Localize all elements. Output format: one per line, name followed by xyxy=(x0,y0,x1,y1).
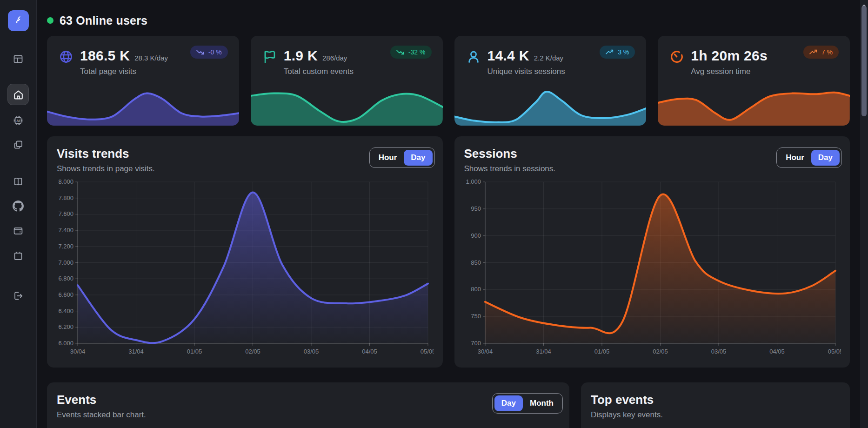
svg-text:7.600: 7.600 xyxy=(58,210,73,217)
svg-text:6.800: 6.800 xyxy=(58,275,73,282)
stat-label: Unique visits sessions xyxy=(487,67,565,76)
online-users-label: 63 Online users xyxy=(60,14,147,27)
home-icon xyxy=(13,89,24,100)
book-icon xyxy=(13,176,24,187)
panel-title: Top events xyxy=(581,382,850,407)
sidebar-item-docs[interactable] xyxy=(11,174,26,189)
stat-label: Total custom events xyxy=(284,67,354,76)
svg-text:750: 750 xyxy=(471,313,481,320)
app-root: AI xyxy=(0,0,868,428)
svg-text:950: 950 xyxy=(471,205,481,212)
svg-text:800: 800 xyxy=(471,286,481,293)
app-logo[interactable] xyxy=(8,10,29,31)
github-icon xyxy=(13,201,24,212)
logout-icon xyxy=(13,290,24,301)
trend-down-icon xyxy=(196,49,204,55)
svg-text:850: 850 xyxy=(471,259,481,266)
svg-text:03/05: 03/05 xyxy=(711,348,726,355)
trend-badge-text: -32 % xyxy=(408,48,426,56)
stat-label: Avg session time xyxy=(691,67,768,76)
svg-text:01/05: 01/05 xyxy=(594,348,609,355)
stat-rate: 286/day xyxy=(322,54,347,62)
stat-rate: 2.2 K/day xyxy=(534,54,563,62)
svg-text:6.600: 6.600 xyxy=(58,291,73,298)
trend-badge-text: 3 % xyxy=(618,48,629,56)
panels-icon xyxy=(13,54,24,65)
svg-text:31/04: 31/04 xyxy=(128,348,144,355)
sidebar-item-dashboard[interactable] xyxy=(11,52,26,67)
stat-card-custom-events: 1.9 K 286/day Total custom events -32 % xyxy=(251,36,443,126)
main-content: 63 Online users 186.5 K 28.3 K/day xyxy=(37,0,860,428)
svg-text:AI: AI xyxy=(16,119,20,123)
scrollbar-thumb[interactable] xyxy=(861,6,867,116)
stat-card-page-visits: 186.5 K 28.3 K/day Total page visits -0 … xyxy=(47,36,239,126)
stat-value: 1.9 K xyxy=(284,48,318,64)
top-events-panel: Top events Displays key events. xyxy=(581,382,850,428)
page-visits-sparkline xyxy=(47,81,239,126)
stat-card-session-time: 1h 20m 26s Avg session time 7 % xyxy=(658,36,850,126)
charts-row: Visits trends Shows trends in page visit… xyxy=(47,136,850,368)
stat-card-unique-sessions: 14.4 K 2.2 K/day Unique visits sessions … xyxy=(454,36,647,126)
panel-title: Events xyxy=(47,382,569,407)
sidebar-item-home[interactable] xyxy=(7,84,29,105)
trend-up-icon xyxy=(809,49,817,55)
page-scrollbar[interactable] xyxy=(860,0,868,428)
events-interval-toggle: Day Month xyxy=(492,393,563,414)
svg-text:6.000: 6.000 xyxy=(58,340,73,347)
stat-value: 1h 20m 26s xyxy=(691,48,768,64)
svg-text:31/04: 31/04 xyxy=(536,348,551,355)
trend-down-icon xyxy=(396,49,404,55)
visits-interval-toggle: Hour Day xyxy=(369,147,435,168)
sidebar-item-pages[interactable] xyxy=(11,137,26,152)
visits-trends-panel: Visits trends Shows trends in page visit… xyxy=(47,136,443,368)
sessions-panel: Sessions Shows trends in sessions. Hour … xyxy=(454,136,850,368)
stat-value: 186.5 K xyxy=(80,48,130,64)
events-day-button[interactable]: Day xyxy=(494,395,523,411)
sidebar-item-github[interactable] xyxy=(11,199,26,214)
svg-text:7.200: 7.200 xyxy=(58,243,73,250)
events-month-button[interactable]: Month xyxy=(523,395,561,411)
sessions-hour-button[interactable]: Hour xyxy=(779,150,811,166)
sidebar-item-ai[interactable]: AI xyxy=(11,113,26,128)
globe-icon xyxy=(58,49,74,67)
svg-text:05/05: 05/05 xyxy=(828,348,841,355)
custom-events-sparkline xyxy=(251,81,443,126)
sidebar: AI xyxy=(0,0,37,428)
logo-swoosh-icon xyxy=(13,14,25,28)
svg-text:8.000: 8.000 xyxy=(58,178,73,185)
trend-badge: 3 % xyxy=(600,46,635,59)
svg-text:30/04: 30/04 xyxy=(70,348,86,355)
calendar-icon xyxy=(13,250,24,261)
svg-text:7.400: 7.400 xyxy=(58,227,73,234)
sessions-interval-toggle: Hour Day xyxy=(776,147,842,168)
pages-icon xyxy=(13,139,24,150)
svg-text:7.000: 7.000 xyxy=(58,259,73,266)
svg-text:6.400: 6.400 xyxy=(58,308,73,314)
svg-text:1.000: 1.000 xyxy=(466,178,481,185)
unique-sessions-sparkline xyxy=(454,81,647,126)
svg-text:7.800: 7.800 xyxy=(58,194,73,201)
trend-up-icon xyxy=(606,49,614,55)
svg-text:700: 700 xyxy=(471,340,481,347)
sessions-day-button[interactable]: Day xyxy=(811,150,840,166)
sidebar-item-billing[interactable] xyxy=(11,223,26,238)
stat-rate: 28.3 K/day xyxy=(134,54,168,62)
ai-chip-icon: AI xyxy=(13,115,24,126)
panel-subtitle: Events stacked bar chart. xyxy=(47,407,569,420)
svg-text:03/05: 03/05 xyxy=(304,348,319,355)
stat-cards-row: 186.5 K 28.3 K/day Total page visits -0 … xyxy=(47,36,850,126)
visits-day-button[interactable]: Day xyxy=(404,150,432,166)
svg-text:30/04: 30/04 xyxy=(477,348,493,355)
events-panel: Events Events stacked bar chart. Day Mon… xyxy=(47,382,569,428)
sessions-chart: 7007508008509009501.00030/0431/0401/0502… xyxy=(464,178,841,364)
svg-text:01/05: 01/05 xyxy=(187,348,202,355)
sidebar-item-logout[interactable] xyxy=(11,288,26,303)
panel-subtitle: Displays key events. xyxy=(581,407,850,420)
stat-value: 14.4 K xyxy=(487,48,529,64)
sidebar-item-calendar[interactable] xyxy=(11,248,26,263)
visits-hour-button[interactable]: Hour xyxy=(372,150,404,166)
trend-badge: -0 % xyxy=(190,46,228,59)
online-users: 63 Online users xyxy=(47,12,850,29)
svg-text:02/05: 02/05 xyxy=(245,348,260,355)
clock-icon xyxy=(669,49,685,67)
